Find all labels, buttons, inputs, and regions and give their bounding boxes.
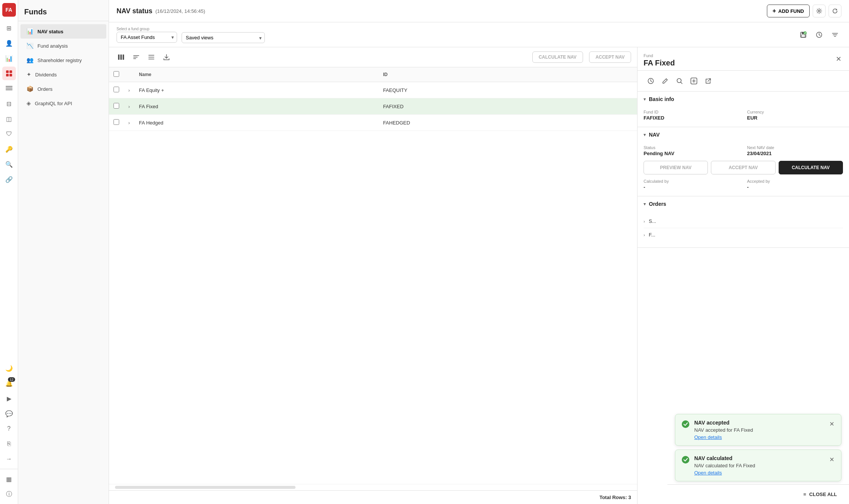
rail-chat-icon[interactable]: 💬: [2, 407, 16, 420]
column-view-button[interactable]: [115, 51, 127, 63]
orders-chevron-icon: ▾: [644, 202, 646, 207]
panel-external-link-button[interactable]: [701, 74, 715, 88]
rail-key-icon[interactable]: 🔑: [2, 142, 16, 156]
panel-close-button[interactable]: ✕: [834, 53, 843, 65]
history-button[interactable]: [813, 28, 826, 41]
fund-group-label: Select a fund group: [117, 27, 177, 31]
rail-bell-icon[interactable]: 🔔 12: [2, 376, 16, 390]
sort-button[interactable]: [130, 51, 142, 63]
currency-value: EUR: [747, 115, 843, 121]
page-title: NAV status: [117, 7, 152, 15]
saved-views-select-wrap: Saved views: [182, 32, 265, 43]
panel-history-icon: [647, 78, 654, 84]
svg-point-7: [818, 10, 820, 12]
toast-accepted-message: NAV accepted for FA Fixed: [694, 427, 824, 433]
row-checkbox-0[interactable]: [114, 87, 119, 92]
refresh-button[interactable]: [829, 5, 841, 17]
accept-nav-button[interactable]: ACCEPT NAV: [589, 51, 631, 63]
sort-icon: [133, 54, 140, 60]
sidebar-item-shareholder[interactable]: 👥 Shareholder registry: [20, 53, 106, 67]
horizontal-scrollbar[interactable]: [115, 486, 295, 489]
table-row[interactable]: › FA Fixed FAFIXED: [109, 98, 637, 115]
toast-accepted-close-button[interactable]: ✕: [829, 420, 835, 428]
sidebar-item-fund-analysis[interactable]: 📉 Fund analysis: [20, 39, 106, 53]
nav-chevron-icon: ▾: [644, 132, 646, 137]
panel-edit-icon: [662, 78, 669, 84]
toast-accepted-open-details-link[interactable]: Open details: [694, 434, 824, 440]
export-button[interactable]: [160, 51, 173, 63]
calculate-nav-panel-button[interactable]: CALCULATE NAV: [779, 161, 843, 174]
rail-link-icon[interactable]: 🔗: [2, 173, 16, 186]
next-nav-date-label: Next NAV date: [747, 145, 843, 150]
calc-info-grid: Calculated by - Accepted by -: [644, 179, 843, 190]
save-view-button[interactable]: [797, 28, 810, 41]
toast-calculated-open-details-link[interactable]: Open details: [694, 470, 824, 476]
sidebar-item-graphiql[interactable]: ◈ GraphiQL for API: [20, 96, 106, 110]
rail-home-icon[interactable]: ⊞: [2, 21, 16, 35]
filter-button[interactable]: [829, 28, 841, 41]
nav-status-item: Status Pending NAV: [644, 145, 740, 156]
rail-shield-icon[interactable]: 🛡: [2, 127, 16, 141]
svg-rect-4: [6, 86, 12, 87]
svg-rect-10: [801, 35, 805, 37]
settings-button[interactable]: [813, 5, 826, 17]
basic-info-section-header[interactable]: ▾ Basic info: [638, 92, 849, 107]
rail-info-icon[interactable]: ⓘ: [2, 487, 16, 501]
sidebar-item-shareholder-label: Shareholder registry: [37, 58, 82, 63]
sidebar-item-orders[interactable]: 📦 Orders: [20, 82, 106, 96]
row-expand-2[interactable]: ›: [124, 115, 134, 131]
accept-nav-panel-button[interactable]: ACCEPT NAV: [711, 161, 775, 174]
close-all-button[interactable]: ≡ CLOSE ALL: [799, 489, 841, 499]
panel-search-icon: [676, 78, 683, 84]
rail-chart-icon[interactable]: 📊: [2, 51, 16, 65]
rail-search-icon[interactable]: 🔍: [2, 157, 16, 171]
icon-rail: FA ⊞ 👤 📊 ⊟ ◫ 🛡 🔑 🔍 🔗 🌙 🔔 12 ▶ 💬 ? ⎘ → ▦ …: [0, 0, 18, 504]
table-row[interactable]: › FA Equity + FAEQUITY: [109, 82, 637, 98]
rail-history-icon[interactable]: ⎘: [2, 437, 16, 451]
preview-nav-button[interactable]: PREVIEW NAV: [644, 161, 708, 174]
rail-funds-icon[interactable]: [2, 67, 16, 80]
sidebar-item-dividends[interactable]: ✦ Dividends: [20, 67, 106, 82]
orders-row-1[interactable]: › F...: [644, 228, 843, 241]
rail-storage-icon[interactable]: ▦: [2, 472, 16, 486]
svg-rect-16: [118, 54, 120, 60]
saved-views-select[interactable]: Saved views: [182, 32, 265, 43]
orders-section-header[interactable]: ▾ Orders: [638, 196, 849, 212]
panel-history-button[interactable]: [644, 74, 658, 88]
rail-logout-icon[interactable]: →: [2, 452, 16, 466]
toast-nav-accepted: NAV accepted NAV accepted for FA Fixed O…: [675, 414, 841, 446]
panel-add-button[interactable]: [687, 74, 701, 88]
rail-play-icon[interactable]: ▶: [2, 392, 16, 405]
sidebar-item-nav-status[interactable]: 📊 NAV status: [20, 24, 106, 39]
row-checkbox-2[interactable]: [114, 119, 119, 125]
fund-group-select[interactable]: FA Asset Funds: [117, 32, 177, 43]
list-view-button[interactable]: [145, 51, 157, 63]
app-logo[interactable]: FA: [2, 3, 16, 17]
rail-grid-icon[interactable]: ⊟: [2, 97, 16, 110]
row-id-0: FAEQUITY: [378, 82, 637, 98]
panel-edit-button[interactable]: [658, 74, 672, 88]
rail-layers-icon[interactable]: ◫: [2, 112, 16, 126]
panel-search-button[interactable]: [672, 74, 687, 88]
toast-calculated-close-button[interactable]: ✕: [829, 455, 835, 464]
orders-icon: 📦: [26, 86, 34, 92]
row-name-1: FA Fixed: [134, 98, 378, 115]
add-fund-button[interactable]: + ADD FUND: [767, 5, 810, 17]
toast-accepted-body: NAV accepted NAV accepted for FA Fixed O…: [694, 420, 824, 440]
rail-users-icon[interactable]: 👤: [2, 36, 16, 50]
next-nav-date-item: Next NAV date 23/04/2021: [747, 145, 843, 156]
table-row[interactable]: › FA Hedged FAHEDGED: [109, 115, 637, 131]
svg-rect-3: [9, 74, 12, 76]
row-expand-1[interactable]: ›: [124, 98, 134, 115]
toast-accepted-title: NAV accepted: [694, 420, 824, 426]
calculate-nav-button[interactable]: CALCULATE NAV: [532, 51, 583, 63]
rail-table-icon[interactable]: [2, 82, 16, 95]
row-expand-0[interactable]: ›: [124, 82, 134, 98]
table-area: CALCULATE NAV ACCEPT NAV Name ID: [109, 47, 637, 504]
orders-row-0[interactable]: › S...: [644, 215, 843, 228]
rail-moon-icon[interactable]: 🌙: [2, 361, 16, 375]
rail-help-icon[interactable]: ?: [2, 422, 16, 436]
nav-section-header[interactable]: ▾ NAV: [638, 127, 849, 142]
row-checkbox-1[interactable]: [114, 103, 119, 109]
select-all-checkbox[interactable]: [114, 71, 119, 77]
